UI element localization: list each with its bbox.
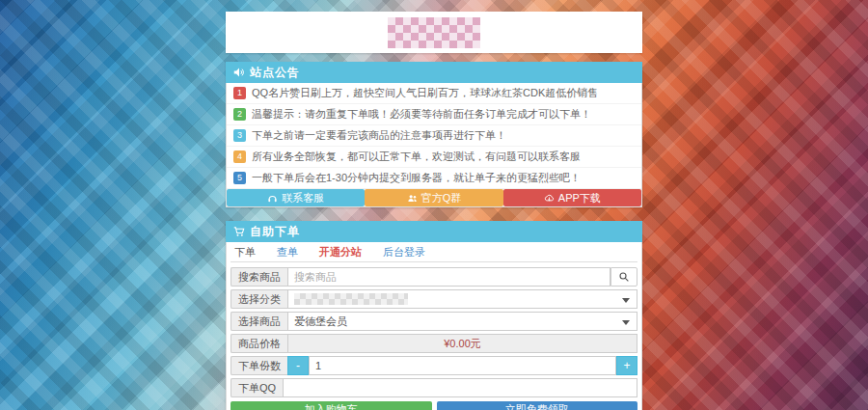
quantity-input[interactable] xyxy=(309,356,616,375)
search-product-label: 搜索商品 xyxy=(231,267,287,287)
site-logo xyxy=(388,17,480,48)
price-label: 商品价格 xyxy=(231,334,287,353)
tab-open-substation[interactable]: 开通分站 xyxy=(319,245,362,260)
quantity-row: 下单份数 - + xyxy=(231,356,637,375)
qq-label: 下单QQ xyxy=(231,378,283,397)
order-body: 下单 查单 开通分站 后台登录 搜索商品 选择分类 选择商 xyxy=(226,242,642,410)
search-icon xyxy=(618,271,630,283)
quantity-label: 下单份数 xyxy=(231,356,287,375)
category-row: 选择分类 xyxy=(231,289,637,309)
notice-text: QQ名片赞日刷上万，超快空间人气日刷百万，球球冰红茶CDK超低价销售 xyxy=(252,86,598,100)
notice-badge: 5 xyxy=(233,172,246,184)
notice-item: 4 所有业务全部恢复，都可以正常下单，欢迎测试，有问题可以联系客服 xyxy=(227,147,641,168)
notice-text: 所有业务全部恢复，都可以正常下单，欢迎测试，有问题可以联系客服 xyxy=(252,150,581,164)
contact-buttons-row: 联系客服 官方Q群 APP下载 xyxy=(227,189,641,206)
order-title: 自助下单 xyxy=(250,224,300,240)
chevron-down-icon xyxy=(622,298,630,303)
add-to-cart-button[interactable]: 加入购物车 xyxy=(231,401,432,410)
notice-text: 一般下单后会在1-30分钟内提交到服务器，就让单子来的更猛烈些吧！ xyxy=(252,171,581,185)
notice-item: 1 QQ名片赞日刷上万，超快空间人气日刷百万，球球冰红茶CDK超低价销售 xyxy=(227,83,641,104)
notice-badge: 4 xyxy=(233,150,246,163)
product-selected-value: 爱德堡会员 xyxy=(294,314,347,329)
app-download-button[interactable]: APP下载 xyxy=(503,189,641,206)
headset-icon xyxy=(267,193,278,204)
official-qq-group-button[interactable]: 官方Q群 xyxy=(365,189,502,206)
price-row: 商品价格 ¥0.00元 xyxy=(231,334,637,353)
product-row: 选择商品 爱德堡会员 xyxy=(231,312,637,331)
price-value: ¥0.00元 xyxy=(287,334,637,353)
product-label: 选择商品 xyxy=(231,312,287,331)
claim-free-button[interactable]: 立即免费领取 xyxy=(437,401,638,410)
qq-input[interactable] xyxy=(283,378,637,397)
category-label: 选择分类 xyxy=(231,289,287,309)
announcement-list: 1 QQ名片赞日刷上万，超快空间人气日刷百万，球球冰红茶CDK超低价销售 2 温… xyxy=(226,83,642,207)
category-selected-value xyxy=(294,293,408,305)
notice-text: 温馨提示：请勿重复下单哦！必须要等待前面任务订单完成才可以下单！ xyxy=(252,107,591,122)
notice-item: 3 下单之前请一定要看完该商品的注意事项再进行下单！ xyxy=(227,125,641,147)
qq-row: 下单QQ xyxy=(231,378,637,397)
official-qq-group-label: 官方Q群 xyxy=(421,191,462,205)
category-select[interactable] xyxy=(287,289,637,309)
order-tabs: 下单 查单 开通分站 后台登录 xyxy=(231,242,637,262)
tab-place-order[interactable]: 下单 xyxy=(234,245,256,260)
order-header: 自助下单 xyxy=(226,221,642,242)
speaker-icon xyxy=(233,67,245,78)
announcement-title: 站点公告 xyxy=(250,65,300,81)
notice-item: 2 温馨提示：请勿重复下单哦！必须要等待前面任务订单完成才可以下单！ xyxy=(227,104,641,125)
notice-text: 下单之前请一定要看完该商品的注意事项再进行下单！ xyxy=(252,128,506,143)
tab-check-order[interactable]: 查单 xyxy=(277,245,298,260)
users-icon xyxy=(407,193,418,204)
search-button[interactable] xyxy=(610,267,637,287)
page-container: 站点公告 1 QQ名片赞日刷上万，超快空间人气日刷百万，球球冰红茶CDK超低价销… xyxy=(226,0,642,410)
quantity-increase-button[interactable]: + xyxy=(616,356,637,375)
contact-support-label: 联系客服 xyxy=(282,191,324,205)
cart-icon xyxy=(233,226,245,237)
announcement-panel: 站点公告 1 QQ名片赞日刷上万，超快空间人气日刷百万，球球冰红茶CDK超低价销… xyxy=(226,62,642,207)
announcement-header: 站点公告 xyxy=(226,62,642,83)
tab-admin-login[interactable]: 后台登录 xyxy=(383,245,425,260)
quantity-decrease-button[interactable]: - xyxy=(287,356,309,375)
order-actions-row: 加入购物车 立即免费领取 xyxy=(231,401,637,410)
notice-badge: 1 xyxy=(233,87,246,99)
notice-item: 5 一般下单后会在1-30分钟内提交到服务器，就让单子来的更猛烈些吧！ xyxy=(227,168,641,189)
notice-badge: 2 xyxy=(233,108,246,121)
chevron-down-icon xyxy=(622,320,630,325)
notice-badge: 3 xyxy=(233,129,246,142)
search-product-row: 搜索商品 xyxy=(231,267,637,287)
product-select[interactable]: 爱德堡会员 xyxy=(287,312,637,331)
search-product-input[interactable] xyxy=(287,267,610,287)
contact-support-button[interactable]: 联系客服 xyxy=(227,189,365,206)
site-header xyxy=(226,12,642,53)
app-download-label: APP下载 xyxy=(558,191,601,205)
order-panel: 自助下单 下单 查单 开通分站 后台登录 搜索商品 选择分类 xyxy=(226,221,642,410)
cloud-download-icon xyxy=(544,193,555,204)
